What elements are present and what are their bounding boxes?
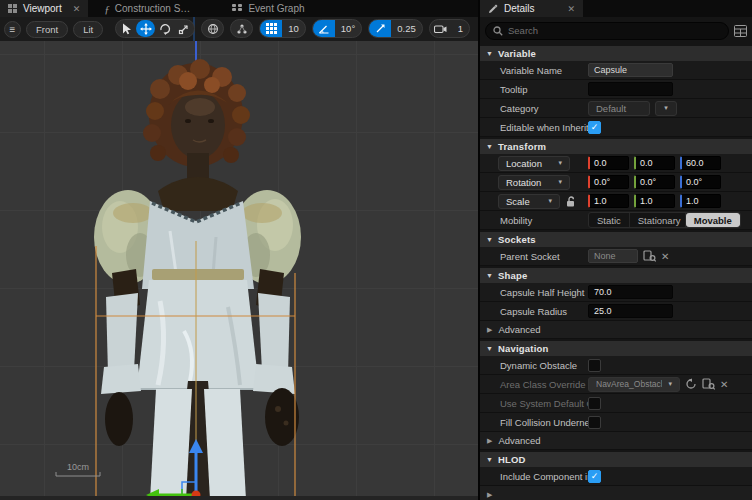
move-tool-button[interactable] — [136, 20, 155, 37]
location-x-input[interactable]: 0.0 — [588, 156, 629, 170]
rotation-x-input[interactable]: 0.0° — [588, 175, 629, 189]
collapse-icon[interactable]: ▼ — [486, 456, 493, 463]
rotation-snap-value[interactable]: 10° — [335, 23, 361, 34]
area-class-dropdown[interactable]: NavArea_Obstacle ▾ — [588, 377, 680, 392]
category-dropdown-arrow[interactable]: ▾ — [655, 101, 677, 116]
tab-viewport[interactable]: Viewport ✕ — [0, 0, 88, 17]
collapse-icon[interactable]: ▼ — [486, 236, 493, 243]
browse-asset-icon[interactable] — [702, 378, 715, 390]
capsule-radius-input[interactable]: 25.0 — [588, 304, 673, 318]
rotation-snap-button[interactable] — [313, 19, 335, 38]
navigation-advanced-label: Advanced — [498, 435, 540, 446]
variable-name-input[interactable]: Capsule — [588, 63, 673, 77]
scale-x-input[interactable]: 1.0 — [588, 194, 629, 208]
scale-z-input[interactable]: 1.0 — [680, 194, 721, 208]
collapse-icon[interactable]: ▼ — [486, 50, 493, 57]
location-z-input[interactable]: 60.0 — [680, 156, 721, 170]
camera-speed-group: 1 — [429, 19, 470, 38]
grid-snap-button[interactable] — [260, 19, 282, 38]
collapse-icon[interactable]: ▼ — [486, 272, 493, 279]
scale-ruler: 10cm — [56, 462, 100, 476]
details-tab-bar: Details ✕ — [480, 0, 752, 17]
tab-event-graph[interactable]: Event Graph — [224, 0, 312, 17]
collapse-icon[interactable]: ▼ — [486, 143, 493, 150]
row-mobility: Mobility Static Stationary Movable — [480, 211, 752, 230]
navigation-advanced-row[interactable]: ▶ Advanced — [480, 432, 752, 450]
location-dropdown[interactable]: Location▾ — [498, 156, 570, 171]
use-system-default-checkbox[interactable] — [588, 397, 601, 410]
scale-label: Scale — [506, 196, 530, 207]
view-perspective-button[interactable]: Front — [26, 21, 68, 38]
rotation-z-input[interactable]: 0.0° — [680, 175, 721, 189]
transform-space-button[interactable] — [203, 20, 222, 37]
fill-collision-label: Fill Collision Underneath for… — [480, 417, 588, 428]
scale-snap-button[interactable] — [369, 19, 391, 38]
tab-construction-script[interactable]: ƒ Construction S… — [96, 0, 198, 17]
viewport-options-button[interactable]: ≡ — [4, 21, 21, 38]
scale-snap-value[interactable]: 0.25 — [391, 23, 422, 34]
check-icon: ✓ — [591, 122, 599, 132]
camera-speed-button[interactable] — [430, 20, 452, 37]
viewport-panel: Viewport ✕ ƒ Construction S… Event Graph… — [0, 0, 478, 500]
fill-collision-checkbox[interactable] — [588, 416, 601, 429]
parent-socket-input[interactable]: None — [588, 249, 638, 263]
use-selected-icon[interactable] — [685, 378, 697, 390]
row-fill-collision-underneath: Fill Collision Underneath for… — [480, 413, 752, 432]
section-sockets-title: Sockets — [498, 234, 536, 245]
viewport-3d-scene[interactable]: 10cm — [0, 41, 478, 500]
search-input[interactable] — [508, 25, 721, 36]
rotation-dropdown[interactable]: Rotation▾ — [498, 175, 570, 190]
clear-asset-icon[interactable]: ✕ — [720, 379, 728, 390]
collapse-icon[interactable]: ▼ — [486, 345, 493, 352]
section-transform[interactable]: ▼ Transform — [480, 139, 752, 154]
row-include-component-hlod: Include Component in HLOD ✓ — [480, 467, 752, 486]
rotation-y-input[interactable]: 0.0° — [634, 175, 675, 189]
viewport-bottom-edge — [0, 496, 478, 500]
clipped-bottom-row[interactable]: ▶ — [480, 486, 752, 500]
scale-icon — [178, 23, 190, 35]
view-options-icon[interactable] — [734, 25, 747, 37]
clear-socket-icon[interactable]: ✕ — [661, 251, 669, 262]
surface-snap-button[interactable] — [232, 20, 251, 37]
mobility-stationary-button[interactable]: Stationary — [630, 213, 686, 227]
scale-dropdown[interactable]: Scale▾ — [498, 194, 560, 209]
section-shape[interactable]: ▼ Shape — [480, 268, 752, 283]
scale-y-input[interactable]: 1.0 — [634, 194, 675, 208]
parent-socket-label: Parent Socket — [480, 251, 588, 262]
row-parent-socket: Parent Socket None ✕ — [480, 247, 752, 266]
close-icon[interactable]: ✕ — [568, 4, 576, 14]
area-class-label: Area Class Override — [480, 379, 588, 390]
view-mode-button[interactable]: Lit — [73, 21, 103, 38]
camera-speed-value[interactable]: 1 — [452, 23, 469, 34]
section-sockets[interactable]: ▼ Sockets — [480, 232, 752, 247]
include-hlod-checkbox[interactable]: ✓ — [588, 470, 601, 483]
tooltip-input[interactable] — [588, 82, 673, 96]
shape-advanced-label: Advanced — [498, 324, 540, 335]
details-search-row — [480, 17, 752, 44]
scale-tool-button[interactable] — [174, 20, 193, 37]
section-hlod[interactable]: ▼ HLOD — [480, 452, 752, 467]
chevron-down-icon: ▾ — [558, 159, 562, 167]
section-variable[interactable]: ▼ Variable — [480, 46, 752, 61]
browse-socket-icon[interactable] — [643, 250, 656, 262]
location-y-input[interactable]: 0.0 — [634, 156, 675, 170]
rotation-label: Rotation — [506, 177, 541, 188]
category-dropdown[interactable]: Default — [588, 101, 650, 116]
dynamic-obstacle-checkbox[interactable] — [588, 359, 601, 372]
shape-advanced-row[interactable]: ▶ Advanced — [480, 321, 752, 339]
section-navigation[interactable]: ▼ Navigation — [480, 341, 752, 356]
editable-checkbox[interactable]: ✓ — [588, 121, 601, 134]
grid-snap-value[interactable]: 10 — [282, 23, 305, 34]
select-tool-button[interactable] — [117, 20, 136, 37]
mobility-segmented-control: Static Stationary Movable — [588, 212, 741, 228]
row-dynamic-obstacle: Dynamic Obstacle — [480, 356, 752, 375]
close-icon[interactable]: ✕ — [73, 4, 81, 14]
lock-open-icon[interactable] — [566, 196, 576, 207]
mobility-movable-button[interactable]: Movable — [686, 213, 740, 227]
tab-details[interactable]: Details ✕ — [480, 0, 583, 17]
mobility-static-button[interactable]: Static — [589, 213, 630, 227]
row-rotation: Rotation▾ 0.0° 0.0° 0.0° — [480, 173, 752, 192]
search-box[interactable] — [485, 22, 729, 40]
rotate-tool-button[interactable] — [155, 20, 174, 37]
capsule-half-height-input[interactable]: 70.0 — [588, 285, 673, 299]
